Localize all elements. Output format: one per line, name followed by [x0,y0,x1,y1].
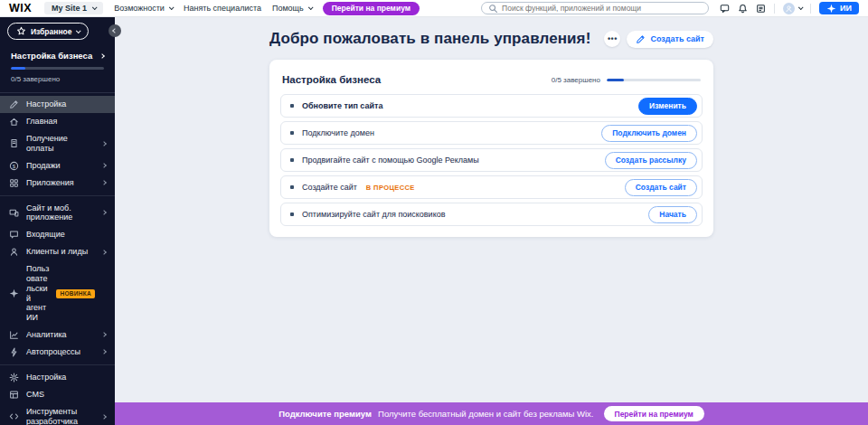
sidebar-item-home[interactable]: Главная [0,113,115,130]
bullet-icon [290,212,294,216]
ai-assistant-button[interactable]: ИИ [819,2,859,14]
site-menu-label: My Site 1 [52,4,87,13]
new-badge: НОВИНКА [56,289,95,298]
home-icon [9,117,19,127]
sidebar-item-label: Автопроцессы [26,347,95,357]
more-options-button[interactable]: ••• [604,31,620,47]
task-label: Оптимизируйте сайт для поисковиков [302,210,445,219]
task-action-update-site-type[interactable]: Изменить [638,98,697,115]
card-progress-fill [607,79,624,81]
invoice-icon [9,138,19,148]
sidebar-item-label: CMS [26,390,95,400]
sparkle-icon [9,288,19,298]
sidebar-item-payments[interactable]: Получение оплаты [0,130,115,157]
analytics-icon [9,330,19,340]
chevron-down-icon [308,5,314,10]
main-content: Добро пожаловать в панель управления! ••… [115,17,868,425]
sidebar-item-label: Инструменты разработчика [26,407,95,425]
go-premium-button[interactable]: Перейти на премиум [604,406,704,421]
setup-progress-bar [11,67,104,70]
task-action-google-ads[interactable]: Создать рассылку [605,152,697,169]
global-search[interactable] [481,2,709,14]
setup-progress-fill [11,67,25,70]
task-label: Создайте сайт [302,183,357,192]
avatar [783,3,795,14]
sidebar-item-apps[interactable]: Приложения [0,175,115,192]
chevron-down-icon [76,28,81,33]
sidebar-top: Избранное [0,17,115,43]
divider [774,4,775,14]
sidebar-item-settings[interactable]: Настройка [0,369,115,386]
sidebar-item-label: Входящие [26,230,95,240]
bullet-icon [290,131,294,135]
pencil-icon [636,34,646,44]
premium-banner: Подключите премиум Получите бесплатный д… [115,402,868,425]
task-label: Обновите тип сайта [302,101,382,110]
task-status-badge: В ПРОЦЕССЕ [366,184,415,192]
nav-help[interactable]: Помощь [272,4,312,13]
chat-icon[interactable] [720,4,730,14]
sidebar-menu: Настройка Главная Получение оплаты $ Про… [0,93,115,425]
sidebar-divider [0,195,115,196]
sidebar-item-setup[interactable]: Настройка [0,96,115,113]
task-label: Продвигайте сайт с помощью Google Реклам… [302,156,479,165]
sidebar-item-label: Главная [26,117,95,127]
task-action-connect-domain[interactable]: Подключить домен [601,125,697,142]
task-row-google-ads: Продвигайте сайт с помощью Google Реклам… [280,148,703,172]
nav-features[interactable]: Возможности [114,4,173,13]
sidebar-item-label: Настройка [26,373,95,382]
account-menu[interactable] [783,3,802,14]
sidebar-item-analytics[interactable]: Аналитика [0,326,115,344]
dollar-icon: $ [9,161,19,171]
sidebar-item-sales[interactable]: $ Продажи [0,157,115,175]
sidebar-item-ai-agent[interactable]: Пользовательский агент ИИ НОВИНКА [0,260,115,326]
site-menu-dropdown[interactable]: My Site 1 [44,2,103,14]
premium-banner-text: Получите бесплатный домен и сайт без рек… [378,409,593,419]
task-action-create-site[interactable]: Создать сайт [625,179,697,196]
ai-button-label: ИИ [840,4,852,13]
task-action-seo[interactable]: Начать [648,206,697,223]
search-input[interactable] [502,4,702,13]
task-label: Подключите домен [302,128,374,137]
favorites-dropdown[interactable]: Избранное [7,23,89,40]
sidebar-item-label: Клиенты и лиды [26,247,95,257]
task-list: Обновите тип сайта Изменить Подключите д… [280,94,703,226]
sidebar-item-contacts-leads[interactable]: Клиенты и лиды [0,243,115,260]
notifications-bell-icon[interactable] [738,4,748,14]
sidebar-item-automations[interactable]: Автопроцессы [0,344,115,361]
sidebar-item-dev-tools[interactable]: Инструменты разработчика [0,403,115,425]
card-progress-bar [607,79,701,81]
bullet-icon [290,158,294,162]
sidebar-item-label: Получение оплаты [26,134,95,154]
apps-icon [9,178,19,188]
nav-hire-label: Нанять специалиста [184,4,261,13]
app-launcher-icon[interactable] [756,4,766,14]
code-icon [9,411,19,421]
setup-progress-title: Настройка бизнеса [11,51,92,61]
cms-icon [9,390,19,400]
svg-text:$: $ [13,163,16,168]
sidebar: Избранное Настройка бизнеса 0/5 завершен… [0,17,115,425]
sidebar-item-cms[interactable]: CMS [0,386,115,403]
task-row-connect-domain: Подключите домен Подключить домен [280,121,703,145]
search-icon [488,4,498,14]
bullet-icon [290,185,294,189]
sidebar-collapse-button[interactable] [108,24,121,37]
sidebar-item-label: Приложения [26,178,95,188]
task-row-seo: Оптимизируйте сайт для поисковиков Начат… [280,203,703,226]
create-site-button[interactable]: Создать сайт [627,31,713,48]
chevron-down-icon [92,5,98,10]
setup-progress-header[interactable]: Настройка бизнеса [11,51,104,61]
divider [810,4,811,14]
devices-icon [9,208,19,218]
sidebar-item-site-mobile-app[interactable]: Сайт и моб. приложение [0,200,115,227]
sidebar-item-label: Сайт и моб. приложение [26,203,95,223]
chevron-down-icon [169,5,175,10]
premium-banner-title: Подключите премиум [278,409,372,419]
nav-hire-professional[interactable]: Нанять специалиста [184,4,261,13]
upgrade-premium-button[interactable]: Перейти на премиум [323,2,420,15]
sidebar-item-inbox[interactable]: Входящие [0,226,115,243]
contacts-icon [9,247,19,257]
chevron-right-icon [99,53,105,59]
sidebar-item-label: Пользовательский агент ИИ [26,264,49,323]
